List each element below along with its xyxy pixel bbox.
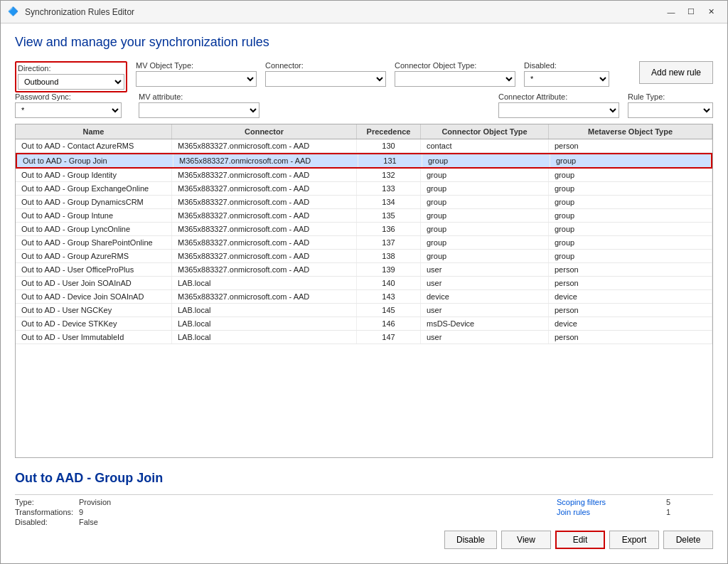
details-left: Type: Provision Transformations: 9 Disab…	[15, 498, 242, 526]
join-row: Join rules 1	[557, 508, 670, 516]
cell-precedence: 145	[357, 304, 421, 316]
delete-button[interactable]: Delete	[663, 531, 713, 549]
cell-precedence: 140	[357, 277, 421, 289]
separator-1	[15, 494, 713, 495]
table-row[interactable]: Out to AAD - Group AzureRMS M365x883327.…	[16, 250, 712, 263]
table-row[interactable]: Out to AD - Device STKKey LAB.local 146 …	[16, 317, 712, 331]
disabled-detail-value: False	[79, 518, 98, 526]
table-row[interactable]: Out to AD - User NGCKey LAB.local 145 us…	[16, 304, 712, 317]
export-button[interactable]: Export	[609, 531, 659, 549]
mv-object-select[interactable]	[136, 71, 257, 87]
maximize-button[interactable]: ☐	[682, 5, 700, 19]
cell-connector: LAB.local	[172, 331, 357, 344]
cell-precedence: 135	[357, 209, 421, 222]
cell-precedence: 137	[357, 236, 421, 249]
cell-name: Out to AD - Device STKKey	[16, 317, 172, 330]
cell-mv-obj: person	[549, 277, 712, 289]
table-row[interactable]: Out to AAD - Group LyncOnline M365x88332…	[16, 223, 712, 236]
join-value: 1	[666, 508, 670, 516]
cell-mv-obj: person	[549, 304, 712, 316]
cell-mv-obj: group	[549, 196, 712, 208]
cell-precedence: 130	[357, 139, 421, 152]
table-row[interactable]: Out to AAD - Group SharePointOnline M365…	[16, 236, 712, 250]
title-bar: 🔷 Synchronization Rules Editor — ☐ ✕	[1, 1, 727, 23]
filter-row-2: Password Sync: * MV attribute: Connector…	[15, 92, 713, 118]
mv-object-label: MV Object Type:	[136, 61, 257, 70]
cell-name: Out to AAD - Group ExchangeOnline	[16, 182, 172, 195]
cell-conn-obj: group	[421, 196, 549, 208]
direction-label: Direction:	[18, 64, 124, 73]
title-bar-left: 🔷 Synchronization Rules Editor	[8, 6, 134, 18]
table-row[interactable]: Out to AAD - Group DynamicsCRM M365x8833…	[16, 196, 712, 209]
cell-precedence: 131	[358, 154, 422, 167]
edit-button[interactable]: Edit	[555, 531, 605, 549]
cell-mv-obj: group	[550, 154, 711, 167]
cell-precedence: 143	[357, 290, 421, 303]
cell-connector: LAB.local	[172, 304, 357, 316]
cell-conn-obj: device	[421, 290, 549, 303]
table-body: Out to AAD - Contact AzureRMS M365x88332…	[16, 139, 712, 457]
minimize-button[interactable]: —	[662, 5, 680, 19]
cell-precedence: 146	[357, 317, 421, 330]
cell-mv-obj: group	[549, 223, 712, 235]
cell-connector: M365x883327.onmicrosoft.com - AAD	[172, 196, 357, 208]
disabled-select[interactable]: * Yes No	[524, 71, 609, 87]
cell-precedence: 139	[357, 263, 421, 276]
cell-name: Out to AAD - Group LyncOnline	[16, 223, 172, 235]
connector-select[interactable]	[265, 71, 386, 87]
table-row[interactable]: Out to AAD - User OfficeProPlus M365x883…	[16, 263, 712, 277]
filter-group-rule-type: Rule Type:	[628, 92, 713, 118]
cell-name: Out to AAD - Group Intune	[16, 209, 172, 222]
direction-select[interactable]: Outbound Inbound	[18, 74, 124, 90]
cell-connector: M365x883327.onmicrosoft.com - AAD	[172, 250, 357, 262]
conn-obj-label: Connector Object Type:	[395, 61, 515, 70]
type-label: Type:	[15, 498, 79, 506]
selected-rule-title: Out to AAD - Group Join	[15, 471, 713, 486]
main-window: 🔷 Synchronization Rules Editor — ☐ ✕ Vie…	[0, 0, 728, 564]
table-row[interactable]: Out to AD - User Join SOAInAD LAB.local …	[16, 277, 712, 290]
connector-label: Connector:	[265, 61, 386, 70]
cell-name: Out to AAD - Group SharePointOnline	[16, 236, 172, 249]
cell-conn-obj: group	[421, 209, 549, 222]
table-row[interactable]: Out to AD - User ImmutableId LAB.local 1…	[16, 331, 712, 344]
cell-mv-obj: device	[549, 290, 712, 303]
col-header-precedence: Precedence	[357, 124, 421, 139]
disable-button[interactable]: Disable	[444, 531, 497, 549]
bottom-buttons: Disable View Edit Export Delete	[15, 526, 713, 552]
type-row: Type: Provision	[15, 498, 242, 506]
cell-connector: M365x883327.onmicrosoft.com - AAD	[172, 169, 357, 181]
cell-conn-obj: contact	[421, 139, 549, 152]
table-row[interactable]: Out to AAD - Group Intune M365x883327.on…	[16, 209, 712, 223]
password-select[interactable]: *	[15, 102, 122, 118]
cell-conn-obj: group	[421, 182, 549, 195]
table-row[interactable]: Out to AAD - Group Join M365x883327.onmi…	[16, 153, 712, 169]
table-row[interactable]: Out to AAD - Group ExchangeOnline M365x8…	[16, 182, 712, 196]
conn-obj-select[interactable]	[395, 71, 515, 87]
cell-connector: M365x883327.onmicrosoft.com - AAD	[172, 182, 357, 195]
table-row[interactable]: Out to AAD - Group Identity M365x883327.…	[16, 169, 712, 182]
rule-type-select[interactable]	[628, 102, 713, 118]
view-button[interactable]: View	[501, 531, 551, 549]
add-rule-button[interactable]: Add new rule	[639, 61, 713, 84]
conn-attr-label: Connector Attribute:	[498, 92, 619, 101]
close-button[interactable]: ✕	[702, 5, 720, 19]
filter-row-1: Direction: Outbound Inbound MV Object Ty…	[15, 61, 713, 92]
cell-mv-obj: group	[549, 236, 712, 249]
filter-group-conn-obj: Connector Object Type:	[395, 61, 515, 87]
filter-group-password: Password Sync: *	[15, 92, 122, 118]
conn-attr-select[interactable]	[498, 102, 619, 118]
right-filter-group: Connector Attribute: Rule Type:	[498, 92, 713, 118]
col-header-conn-obj: Connector Object Type	[421, 124, 549, 139]
direction-highlight: Direction: Outbound Inbound	[15, 61, 127, 92]
main-content: View and manage your synchronization rul…	[1, 23, 727, 563]
cell-connector: M365x883327.onmicrosoft.com - AAD	[172, 139, 357, 152]
page-heading: View and manage your synchronization rul…	[15, 35, 713, 50]
cell-conn-obj: user	[421, 263, 549, 276]
cell-mv-obj: group	[549, 182, 712, 195]
cell-connector: M365x883327.onmicrosoft.com - AAD	[172, 236, 357, 249]
col-header-name: Name	[16, 124, 172, 139]
table-row[interactable]: Out to AAD - Device Join SOAInAD M365x88…	[16, 290, 712, 304]
mv-attr-select[interactable]	[139, 102, 259, 118]
selected-rule-title-text: Out to AAD - Group Join	[15, 471, 163, 485]
table-row[interactable]: Out to AAD - Contact AzureRMS M365x88332…	[16, 139, 712, 153]
